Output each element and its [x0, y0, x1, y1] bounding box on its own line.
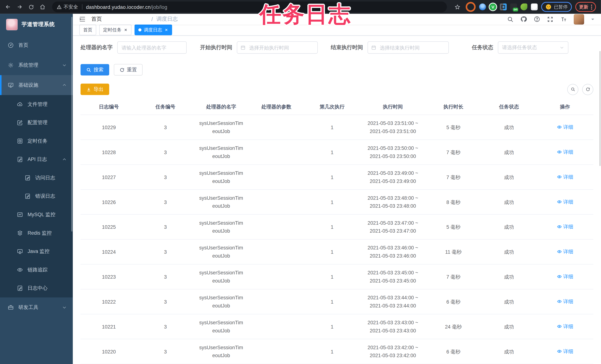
search-button[interactable]: 搜索 — [80, 64, 109, 75]
cell-actions: 详细 — [537, 247, 593, 256]
detail-link[interactable]: 详细 — [557, 347, 573, 355]
sidebar-item-label: 访问日志 — [35, 174, 73, 181]
font-size-icon[interactable] — [560, 16, 567, 22]
address-bar[interactable]: 不安全 dashboard.yudao.iocoder.cn/job/log — [52, 1, 447, 12]
cell-execute-time: 2021-05-03 23:45:00 ~2021-05-03 23:45:00 — [360, 269, 425, 285]
detail-link[interactable]: 详细 — [557, 322, 573, 330]
search-icon[interactable] — [507, 16, 514, 22]
sidebar-item-config-management[interactable]: 配置管理 — [0, 113, 73, 132]
extension-grid-icon[interactable] — [500, 3, 507, 10]
cell-actions: 详细 — [537, 322, 593, 331]
sidebar-item-mysql-monitor[interactable]: MySQL 监控 — [0, 205, 73, 224]
profile-paused-chip[interactable]: 已暂停 — [541, 2, 572, 12]
browser-update-button[interactable]: 更新 — [575, 2, 596, 12]
app-logo[interactable]: 芋道管理系统 — [0, 14, 73, 35]
close-icon[interactable] — [164, 28, 168, 32]
sidebar-item-error-log[interactable]: 错误日志 — [0, 187, 73, 205]
tab-home[interactable]: 首页 — [79, 25, 96, 35]
toggle-search-button[interactable] — [567, 84, 578, 95]
sidebar-item-infrastructure[interactable]: 基础设施 — [0, 75, 73, 95]
search-icon — [86, 67, 91, 72]
extension-blue-icon[interactable] — [479, 3, 486, 10]
sidebar-item-scheduled-jobs[interactable]: 定时任务 — [0, 132, 73, 150]
close-icon[interactable] — [124, 28, 128, 32]
extension-v-icon[interactable]: V — [489, 3, 496, 10]
detail-link[interactable]: 详细 — [557, 247, 573, 255]
cell-duration: 7 毫秒 — [425, 173, 481, 181]
tab-job-log[interactable]: 调度日志 — [134, 25, 172, 35]
detail-link[interactable]: 详细 — [557, 148, 573, 156]
chart-card-icon — [17, 212, 23, 218]
select-placeholder: 请选择任务状态 — [502, 44, 560, 51]
refresh-table-button[interactable] — [582, 84, 593, 95]
cell-job-id: 3 — [137, 323, 194, 331]
not-secure-warning[interactable]: 不安全 — [57, 4, 78, 10]
detail-link[interactable]: 详细 — [557, 173, 573, 181]
bookmark-star-icon[interactable] — [452, 2, 462, 12]
security-label: 不安全 — [64, 4, 78, 10]
sidebar-item-log-center[interactable]: 日志中心 — [0, 279, 73, 297]
cell-log-id: 10228 — [80, 148, 137, 156]
cell-handler-name: sysUserSessionTimeoutJob — [194, 244, 249, 260]
sidebar-item-home[interactable]: 首页 — [0, 35, 73, 55]
begin-time-input[interactable] — [237, 41, 318, 54]
cell-execute-time: 2021-05-03 23:48:00 ~2021-05-03 23:48:00 — [360, 194, 425, 210]
cell-execute-time: 2021-05-03 23:43:00 ~2021-05-03 23:43:00 — [360, 319, 425, 335]
sidebar-item-redis-monitor[interactable]: Redis 监控 — [0, 224, 73, 243]
cell-log-id: 10221 — [80, 323, 137, 331]
cell-actions: 详细 — [537, 272, 593, 281]
export-button[interactable]: 导出 — [80, 83, 109, 95]
detail-link[interactable]: 详细 — [557, 272, 573, 281]
back-icon[interactable] — [3, 2, 13, 12]
detail-link[interactable]: 详细 — [557, 222, 573, 231]
sidebar-item-system[interactable]: 系统管理 — [0, 55, 73, 75]
github-icon[interactable] — [520, 16, 527, 22]
active-dot — [138, 29, 141, 32]
column-header: 任务状态 — [481, 103, 537, 110]
help-icon[interactable] — [534, 16, 541, 22]
log-table: 日志编号 任务编号 处理器的名字 处理器的参数 第几次执行 执行时间 执行时长 … — [80, 99, 593, 364]
forward-icon[interactable] — [15, 2, 25, 12]
sidebar-item-file-management[interactable]: 文件管理 — [0, 95, 73, 113]
fullscreen-icon[interactable] — [547, 16, 553, 22]
sidebar-item-api-log[interactable]: API 日志 — [0, 150, 73, 169]
sidebar-toggle-icon[interactable] — [73, 16, 91, 22]
menu-kebab-icon[interactable] — [591, 4, 592, 10]
cell-execute-index: 1 — [304, 173, 360, 181]
detail-link[interactable]: 详细 — [557, 123, 573, 131]
cell-execute-time: 2021-05-03 23:51:00 ~2021-05-03 23:51:00 — [360, 119, 425, 135]
detail-link[interactable]: 详细 — [557, 297, 573, 305]
tab-label: 调度日志 — [144, 27, 162, 33]
sidebar-item-label: 日志中心 — [28, 285, 73, 292]
page-scrollbar[interactable] — [600, 51, 601, 166]
cell-job-id: 3 — [137, 148, 194, 156]
sidebar-item-java-monitor[interactable]: Java 监控 — [0, 242, 73, 261]
sidebar-item-dev-tools[interactable]: 研发工具 — [0, 297, 73, 317]
extension-orange-icon[interactable] — [466, 2, 476, 12]
sidebar-item-tracing[interactable]: 链路追踪 — [0, 261, 73, 279]
cell-execute-time: 2021-05-03 23:50:00 ~2021-05-03 23:50:00 — [360, 144, 425, 160]
cell-handler-name: sysUserSessionTimeoutJob — [194, 169, 249, 185]
sidebar-item-access-log[interactable]: 访问日志 — [0, 169, 73, 187]
sidebar-scrollbar[interactable] — [71, 17, 72, 232]
extension-leaf-icon[interactable] — [521, 3, 527, 10]
reset-button[interactable]: 重置 — [114, 64, 143, 75]
column-header: 执行时长 — [425, 103, 481, 110]
page-content: 处理器的名字 开始执行时间 — [73, 36, 601, 364]
reload-icon[interactable] — [26, 2, 36, 12]
form-buttons: 搜索 重置 — [80, 64, 593, 75]
extension-on-icon[interactable]: on — [510, 3, 517, 10]
end-time-input[interactable] — [368, 41, 449, 54]
user-avatar[interactable] — [574, 14, 584, 24]
handler-name-input[interactable] — [117, 41, 187, 54]
detail-link[interactable]: 详细 — [557, 198, 573, 206]
job-status-select[interactable]: 请选择任务状态 — [498, 41, 569, 54]
home-icon[interactable] — [38, 2, 48, 12]
sidebar-item-label: 首页 — [19, 42, 73, 49]
breadcrumb-home[interactable]: 首页 — [91, 16, 148, 22]
tab-scheduled-jobs[interactable]: 定时任务 — [99, 25, 131, 35]
cell-actions: 详细 — [537, 198, 593, 206]
extension-puzzle-icon[interactable] — [531, 3, 538, 10]
cell-job-status: 成功 — [481, 348, 537, 356]
avatar-caret-down-icon[interactable] — [591, 17, 595, 21]
